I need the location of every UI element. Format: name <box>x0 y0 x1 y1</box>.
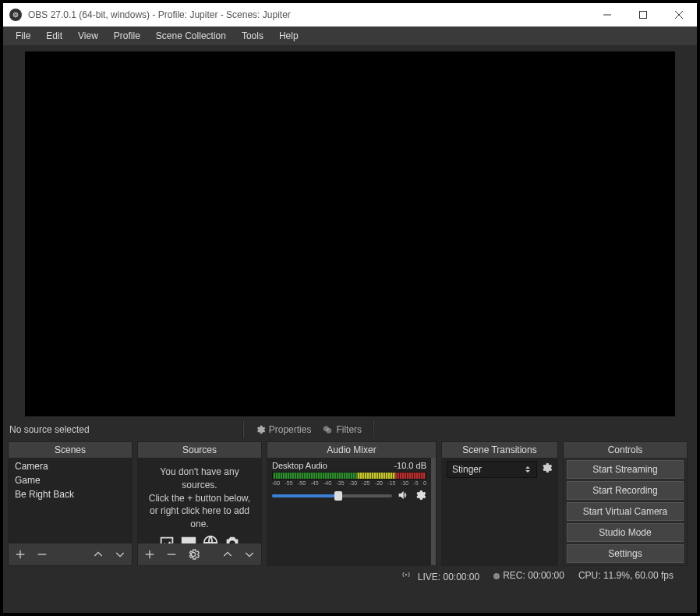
gear-icon <box>255 424 266 435</box>
filters-icon <box>322 424 333 435</box>
record-dot-icon <box>493 573 500 579</box>
app-icon <box>9 9 22 21</box>
volume-slider[interactable] <box>272 494 392 497</box>
window-title: OBS 27.0.1 (64-bit, windows) - Profile: … <box>28 9 589 20</box>
transition-selected: Stinger <box>452 464 482 475</box>
controls-header: Controls <box>564 442 687 458</box>
meter-ticks: -60-55-50-45-40-35-30-25-20-15-10-50 <box>272 480 426 486</box>
mixer-header: Audio Mixer <box>267 442 436 458</box>
move-scene-down-button[interactable] <box>113 547 127 561</box>
source-status: No source selected <box>9 424 90 435</box>
gear-icon <box>540 462 553 474</box>
mixer-body: Desktop Audio -10.0 dB -60-55-50-45-40-3… <box>267 458 436 565</box>
transitions-header: Scene Transitions <box>442 442 557 458</box>
studio-mode-button[interactable]: Studio Mode <box>567 523 684 542</box>
sources-empty-line: You don't have any sources. <box>144 466 255 492</box>
image-icon <box>158 534 175 543</box>
start-virtual-camera-button[interactable]: Start Virtual Camera <box>567 502 684 521</box>
audio-meter <box>272 472 426 480</box>
menu-tools[interactable]: Tools <box>234 27 271 44</box>
mixer-channel-name: Desktop Audio <box>272 461 327 470</box>
separator <box>373 421 374 438</box>
minimize-button[interactable] <box>589 3 625 27</box>
add-source-button[interactable] <box>143 547 157 561</box>
sources-dock: Sources You don't have any sources. Clic… <box>137 441 262 566</box>
menu-edit[interactable]: Edit <box>38 27 70 44</box>
sources-hint-icons <box>144 534 255 543</box>
gear-icon <box>187 548 200 561</box>
minus-icon <box>36 548 48 561</box>
preview-canvas[interactable] <box>25 51 675 416</box>
move-scene-up-button[interactable] <box>91 547 105 561</box>
move-source-up-button[interactable] <box>221 547 235 561</box>
remove-source-button[interactable] <box>164 547 179 561</box>
mute-button[interactable] <box>397 489 409 503</box>
menu-profile[interactable]: Profile <box>106 27 148 44</box>
sources-list[interactable]: You don't have any sources. Click the + … <box>138 458 261 543</box>
move-source-down-button[interactable] <box>242 547 256 561</box>
display-icon <box>180 534 197 543</box>
svg-point-8 <box>327 428 332 434</box>
menu-view[interactable]: View <box>70 27 106 44</box>
filters-button[interactable]: Filters <box>319 424 365 435</box>
separator <box>242 421 244 438</box>
titlebar: OBS 27.0.1 (64-bit, windows) - Profile: … <box>3 3 697 27</box>
camera-icon <box>224 534 241 543</box>
properties-label: Properties <box>269 424 312 435</box>
svg-rect-4 <box>640 12 647 19</box>
plus-icon <box>14 548 27 561</box>
add-scene-button[interactable] <box>13 547 27 561</box>
sources-footer <box>138 543 261 565</box>
controls-body: Start Streaming Start Recording Start Vi… <box>564 458 687 565</box>
source-toolbar: No source selected Properties Filters <box>3 418 697 441</box>
svg-point-0 <box>12 11 19 19</box>
start-streaming-button[interactable]: Start Streaming <box>567 460 684 479</box>
transitions-dock: Scene Transitions Stinger <box>441 441 558 566</box>
menu-file[interactable]: File <box>8 27 38 44</box>
filters-label: Filters <box>336 424 362 435</box>
start-recording-button[interactable]: Start Recording <box>567 481 684 500</box>
gear-icon <box>414 489 426 501</box>
rec-status: REC: 00:00:00 <box>493 570 564 581</box>
chevron-down-icon <box>243 548 256 561</box>
chevron-up-icon <box>221 548 234 561</box>
controls-dock: Controls Start Streaming Start Recording… <box>563 441 688 566</box>
scenes-list[interactable]: Camera Game Be Right Back <box>9 458 132 543</box>
menu-help[interactable]: Help <box>271 27 306 44</box>
transition-select[interactable]: Stinger <box>447 461 537 478</box>
menu-scene-collection[interactable]: Scene Collection <box>148 27 234 44</box>
scene-item[interactable]: Camera <box>9 459 132 473</box>
sources-empty-line: or right click here to add one. <box>144 504 255 531</box>
broadcast-icon <box>401 569 412 580</box>
statusbar: LIVE: 00:00:00 REC: 00:00:00 CPU: 11.9%,… <box>3 566 697 585</box>
source-properties-button[interactable] <box>186 547 200 561</box>
scenes-header: Scenes <box>9 442 132 458</box>
maximize-button[interactable] <box>625 3 661 27</box>
app-window: OBS 27.0.1 (64-bit, windows) - Profile: … <box>3 3 697 613</box>
channel-settings-button[interactable] <box>414 489 426 503</box>
minus-icon <box>165 548 178 561</box>
audio-mixer-dock: Audio Mixer Desktop Audio -10.0 dB -60-5… <box>267 441 437 566</box>
close-button[interactable] <box>661 3 697 27</box>
docks-row: Scenes Camera Game Be Right Back Sources <box>3 441 697 566</box>
mixer-level: -10.0 dB <box>394 461 426 470</box>
globe-icon <box>202 534 219 543</box>
properties-button[interactable]: Properties <box>252 424 315 435</box>
scene-item[interactable]: Be Right Back <box>9 487 132 501</box>
transition-properties-button[interactable] <box>540 462 553 477</box>
remove-scene-button[interactable] <box>35 547 49 561</box>
live-status: LIVE: 00:00:00 <box>401 569 479 582</box>
chevron-down-icon <box>114 548 126 561</box>
menubar: File Edit View Profile Scene Collection … <box>3 27 697 45</box>
updown-icon <box>524 466 532 473</box>
cpu-status: CPU: 11.9%, 60.00 fps <box>578 570 673 581</box>
preview-area <box>3 45 697 418</box>
scenes-footer <box>9 543 132 565</box>
chevron-up-icon <box>92 548 104 561</box>
scene-item[interactable]: Game <box>9 473 132 487</box>
settings-button[interactable]: Settings <box>567 544 684 563</box>
plus-icon <box>143 548 156 561</box>
speaker-icon <box>397 489 409 501</box>
sources-header: Sources <box>138 442 261 458</box>
sources-empty-line: Click the + button below, <box>144 492 255 505</box>
